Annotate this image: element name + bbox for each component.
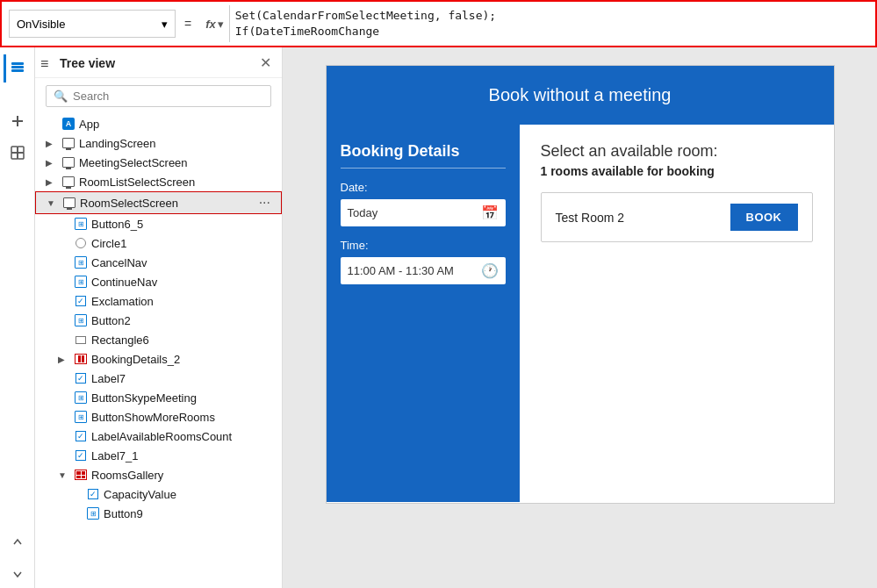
time-label: Time: — [341, 239, 506, 252]
clock-icon[interactable]: 🕐 — [481, 262, 499, 279]
book-button[interactable]: BOOK — [730, 204, 798, 231]
tree-item-bookingdetails2[interactable]: ▶ BookingDetails_2 — [35, 349, 282, 369]
svg-rect-0 — [11, 66, 24, 68]
check-icon: ✓ — [74, 429, 88, 443]
tree-item-app[interactable]: A App — [35, 114, 282, 133]
screen-icon — [61, 155, 75, 169]
tree-item-label: LandingScreen — [79, 137, 275, 150]
tree-item-label: ButtonSkypeMeeting — [91, 391, 275, 405]
sidebar-icon-plus[interactable] — [4, 107, 32, 135]
tree-item-label: ContinueNav — [91, 276, 275, 289]
tree-item-label7[interactable]: ✓ Label7 — [35, 369, 282, 388]
gallery-icon — [74, 352, 88, 366]
svg-rect-7 — [11, 153, 18, 159]
tree-item-label71[interactable]: ✓ Label7_1 — [35, 446, 282, 465]
search-icon: 🔍 — [54, 90, 68, 103]
component-icon: ⊞ — [74, 275, 88, 289]
tree-arrow-meeting: ▶ — [46, 158, 58, 168]
booking-details-title: Booking Details — [341, 142, 506, 161]
formula-code-line2[interactable]: If(DateTimeRoomChange — [235, 24, 868, 39]
tree-item-button2[interactable]: ⊞ Button2 — [35, 311, 282, 330]
tree-close-button[interactable]: ✕ — [260, 56, 271, 70]
date-input-value: Today — [348, 206, 476, 219]
component-icon: ⊞ — [74, 313, 88, 327]
tree-item-label: Label7_1 — [91, 449, 275, 463]
formula-code-line1[interactable]: Set(CalendarFromSelectMeeting, false); — [235, 8, 868, 24]
tree-item-roomlist[interactable]: ▶ RoomListSelectScreen — [35, 172, 282, 191]
booking-divider — [341, 168, 506, 169]
tree-item-label: Button9 — [104, 507, 275, 520]
equals-sign: = — [181, 17, 195, 31]
dropdown-arrow-icon: ▾ — [162, 18, 168, 31]
sidebar-icon-arrow-down[interactable] — [4, 560, 32, 588]
hamburger-icon[interactable]: ≡ — [40, 56, 48, 72]
tree-item-label: RoomListSelectScreen — [79, 176, 275, 189]
rooms-header: Select an available room: — [541, 142, 813, 161]
tree-item-button65[interactable]: ⊞ Button6_5 — [35, 214, 282, 233]
time-input-value: 11:00 AM - 11:30 AM — [348, 264, 476, 277]
tree-item-label: Label7 — [91, 372, 275, 385]
circle-icon — [74, 236, 88, 250]
screen-icon — [62, 196, 76, 210]
calendar-icon[interactable]: 📅 — [481, 204, 499, 221]
date-input-row: Today 📅 — [341, 199, 506, 226]
tree-content: A App ▶ LandingScreen ▶ MeetingSelectScr… — [35, 114, 282, 588]
check-icon: ✓ — [74, 294, 88, 308]
screen-icon — [61, 175, 75, 189]
tree-more-button[interactable]: ··· — [255, 195, 274, 211]
tree-item-capacityvalue[interactable]: ✓ CapacityValue — [35, 484, 282, 504]
room-name: Test Room 2 — [556, 211, 625, 225]
tree-item-cancelnav[interactable]: ⊞ CancelNav — [35, 253, 282, 272]
tree-item-circle1[interactable]: Circle1 — [35, 233, 282, 253]
search-input[interactable] — [73, 90, 263, 103]
canvas-area: Book without a meeting Booking Details D… — [283, 47, 877, 588]
tree-item-buttonshowmore[interactable]: ⊞ ButtonShowMoreRooms — [35, 407, 282, 427]
tree-item-label: RoomSelectScreen — [80, 197, 252, 210]
property-value: OnVisible — [17, 18, 65, 31]
tree-arrow-roomsgallery: ▼ — [58, 470, 70, 480]
tree-item-label: LabelAvailableRoomsCount — [91, 430, 275, 443]
svg-rect-2 — [11, 62, 24, 65]
tree-item-meeting[interactable]: ▶ MeetingSelectScreen — [35, 153, 282, 172]
tree-item-exclamation[interactable]: ✓ Exclamation — [35, 291, 282, 311]
main-layout: ≡ Tree view ✕ 🔍 A App ▶ LandingScreen — [0, 47, 877, 588]
tree-item-continuenav[interactable]: ⊞ ContinueNav — [35, 272, 282, 291]
formula-bar: OnVisible ▾ = fx ▾ Set(CalendarFromSelec… — [0, 0, 877, 47]
tree-item-label: App — [79, 118, 275, 131]
sidebar-icon-layers[interactable] — [4, 54, 32, 82]
svg-rect-5 — [11, 147, 18, 153]
tree-item-landing[interactable]: ▶ LandingScreen — [35, 133, 282, 153]
app-body: Booking Details Date: Today 📅 Time: 11:0… — [327, 125, 834, 502]
svg-rect-6 — [18, 147, 24, 153]
sidebar-icon-components[interactable] — [4, 139, 32, 167]
tree-item-label: CancelNav — [91, 256, 275, 269]
tree-item-labelavailable[interactable]: ✓ LabelAvailableRoomsCount — [35, 427, 282, 446]
fx-icon: fx — [205, 18, 216, 31]
tree-item-label: CapacityValue — [104, 488, 275, 501]
tree-item-rectangle6[interactable]: Rectangle6 — [35, 330, 282, 349]
app-header-title: Book without a meeting — [489, 85, 672, 104]
gallery-icon — [74, 468, 88, 482]
tree-item-roomsgallery[interactable]: ▼ RoomsGallery — [35, 465, 282, 484]
tree-item-label: Button6_5 — [91, 218, 275, 231]
tree-item-label: ButtonShowMoreRooms — [91, 411, 275, 424]
tree-item-label: MeetingSelectScreen — [79, 156, 275, 169]
tree-item-label: Exclamation — [91, 295, 275, 308]
component-icon: ⊞ — [74, 255, 88, 269]
svg-rect-8 — [18, 153, 24, 159]
room-card: Test Room 2 BOOK — [541, 192, 813, 242]
tree-item-button9[interactable]: ⊞ Button9 — [35, 504, 282, 523]
tree-item-buttonskype[interactable]: ⊞ ButtonSkypeMeeting — [35, 388, 282, 407]
tree-item-label: BookingDetails_2 — [91, 353, 275, 366]
fx-button[interactable]: fx ▾ — [200, 5, 230, 42]
search-box: 🔍 — [46, 85, 271, 107]
tree-item-label: Rectangle6 — [91, 333, 275, 347]
tree-panel: ≡ Tree view ✕ 🔍 A App ▶ LandingScreen — [35, 47, 283, 588]
tree-item-label: Circle1 — [91, 237, 275, 250]
property-dropdown[interactable]: OnVisible ▾ — [9, 10, 176, 38]
check-icon: ✓ — [86, 487, 100, 501]
fx-dropdown-arrow: ▾ — [218, 18, 224, 31]
tree-item-label: Button2 — [91, 314, 275, 327]
sidebar-icon-arrow-up[interactable] — [4, 528, 32, 556]
tree-item-roomselect[interactable]: ▼ RoomSelectScreen ··· — [35, 191, 282, 214]
